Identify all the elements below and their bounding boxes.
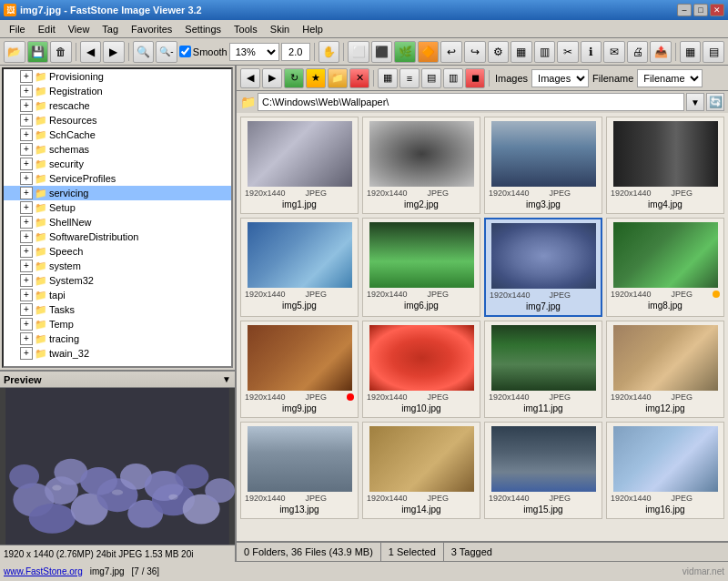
path-go-button[interactable]: ▼: [686, 93, 704, 111]
menu-favorites[interactable]: Favorites: [126, 22, 177, 36]
minimize-button[interactable]: –: [677, 4, 692, 16]
menu-tag[interactable]: Tag: [96, 22, 124, 36]
back-button[interactable]: ◀: [240, 68, 260, 88]
image-cell-img11[interactable]: 1920x1440 JPEG img11.jpg: [484, 321, 602, 418]
path-refresh-button[interactable]: 🔄: [706, 93, 724, 111]
tree-item-rescache[interactable]: + 📁 rescache: [4, 98, 231, 113]
expand-icon[interactable]: +: [20, 172, 33, 185]
tree-item-serviceprofiles[interactable]: + 📁 ServiceProfiles: [4, 171, 231, 186]
image-cell-img4[interactable]: 1920x1440 JPEG img4.jpg: [606, 117, 724, 214]
menu-help[interactable]: Help: [297, 22, 329, 36]
tree-item-system[interactable]: + 📁 system: [4, 259, 231, 273]
expand-icon[interactable]: +: [20, 318, 33, 331]
tree-item-provisioning[interactable]: + 📁 Provisioning: [4, 69, 231, 84]
menu-edit[interactable]: Edit: [33, 22, 61, 36]
prev-button[interactable]: ◀: [80, 41, 102, 63]
expand-icon[interactable]: +: [20, 332, 33, 345]
list-view-btn[interactable]: ▤: [703, 41, 724, 63]
favorites-button[interactable]: ★: [306, 68, 326, 88]
tree-item-setup[interactable]: + 📁 Setup: [4, 200, 231, 215]
tree-item-softwaredistribution[interactable]: + 📁 SoftwareDistribution: [4, 229, 231, 244]
expand-icon[interactable]: +: [20, 230, 33, 243]
smooth-check-input[interactable]: [179, 46, 191, 57]
undo-button[interactable]: ↩: [440, 41, 462, 63]
expand-icon[interactable]: +: [20, 347, 33, 360]
image-cell-img5[interactable]: 1920x1440 JPEG img5.jpg: [240, 218, 359, 317]
tree-item-twain32[interactable]: + 📁 twain_32: [4, 346, 231, 361]
expand-icon[interactable]: +: [20, 260, 33, 272]
info-button[interactable]: ℹ: [581, 41, 602, 63]
detail-view-btn[interactable]: ▤: [421, 68, 441, 88]
expand-icon[interactable]: +: [20, 114, 33, 127]
redo-button[interactable]: ↪: [464, 41, 486, 63]
expand-icon[interactable]: +: [20, 187, 33, 199]
list-view-btn[interactable]: ≡: [399, 68, 420, 88]
tree-item-tapi[interactable]: + 📁 tapi: [4, 288, 231, 302]
expand-icon[interactable]: +: [20, 70, 33, 83]
expand-icon[interactable]: +: [20, 274, 33, 287]
green-btn[interactable]: 🌿: [394, 41, 416, 63]
new-folder-button[interactable]: 📁: [328, 68, 348, 88]
refresh-button[interactable]: ↻: [284, 68, 304, 88]
maximize-button[interactable]: □: [693, 4, 708, 16]
image-cell-img9[interactable]: 1920x1440 JPEG img9.jpg: [240, 321, 359, 418]
expand-icon[interactable]: +: [20, 99, 33, 112]
expand-icon[interactable]: +: [20, 85, 33, 97]
tree-item-servicing[interactable]: + 📁 servicing: [4, 186, 231, 200]
fullscreen-view-btn[interactable]: ◼: [465, 68, 485, 88]
layout-btn1[interactable]: ▦: [511, 41, 532, 63]
print-button[interactable]: 🖨: [627, 41, 649, 63]
image-cell-img6[interactable]: 1920x1440 JPEG img6.jpg: [362, 218, 480, 317]
expand-icon[interactable]: +: [20, 289, 33, 301]
image-cell-img1[interactable]: 1920x1440 JPEG img1.jpg: [240, 117, 359, 214]
settings-btn[interactable]: ⚙: [488, 41, 510, 63]
zoom-value-input[interactable]: [281, 43, 310, 61]
menu-tools[interactable]: Tools: [228, 22, 263, 36]
smooth-checkbox[interactable]: Smooth: [179, 46, 228, 57]
thumb-view-btn[interactable]: ▦: [378, 68, 398, 88]
delete-file-button[interactable]: ✕: [349, 68, 369, 88]
tree-item-resources[interactable]: + 📁 Resources: [4, 113, 231, 127]
tree-item-security[interactable]: + 📁 security: [4, 157, 231, 171]
tree-item-tasks[interactable]: + 📁 Tasks: [4, 302, 231, 317]
image-cell-img14[interactable]: 1920x1440 JPEG img14.jpg: [362, 422, 480, 519]
tree-item-system32[interactable]: + 📁 System32: [4, 273, 231, 288]
expand-icon[interactable]: +: [20, 128, 33, 141]
image-cell-img3[interactable]: 1920x1440 JPEG img3.jpg: [484, 117, 602, 214]
sort-select[interactable]: Filename Date Size: [637, 69, 703, 87]
delete-button[interactable]: 🗑: [50, 41, 72, 63]
share-button[interactable]: 📤: [650, 41, 672, 63]
hand-tool-button[interactable]: ✋: [318, 41, 340, 63]
path-input[interactable]: C:\Windows\Web\Wallpaper\: [258, 93, 684, 111]
save-button[interactable]: 💾: [27, 41, 49, 63]
grid-view-btn[interactable]: ▦: [680, 41, 702, 63]
image-cell-img8[interactable]: 1920x1440 JPEG img8.jpg: [606, 218, 724, 317]
tree-item-schemas[interactable]: + 📁 schemas: [4, 142, 231, 157]
paste-button[interactable]: ⬛: [371, 41, 393, 63]
tree-item-shellnew[interactable]: + 📁 ShellNew: [4, 215, 231, 229]
menu-file[interactable]: File: [4, 22, 31, 36]
filmstrip-view-btn[interactable]: ▥: [443, 68, 463, 88]
menu-settings[interactable]: Settings: [179, 22, 227, 36]
open-button[interactable]: 📂: [4, 41, 25, 63]
copy-button[interactable]: ⬜: [348, 41, 369, 63]
tree-item-schcache[interactable]: + 📁 SchCache: [4, 127, 231, 142]
zoom-percent-select[interactable]: 13%25%50%100%: [229, 43, 279, 61]
tree-item-registration[interactable]: + 📁 Registration: [4, 84, 231, 98]
tree-item-tracing[interactable]: + 📁 tracing: [4, 331, 231, 346]
crop-button[interactable]: ✂: [557, 41, 579, 63]
image-cell-img16[interactable]: 1920x1440 JPEG img16.jpg: [606, 422, 724, 519]
image-cell-img10[interactable]: 1920x1440 JPEG img10.jpg: [362, 321, 480, 418]
expand-icon[interactable]: +: [20, 158, 33, 170]
website-link[interactable]: www.FastStone.org: [4, 566, 83, 576]
expand-icon[interactable]: +: [20, 216, 33, 229]
tree-item-temp[interactable]: + 📁 Temp: [4, 317, 231, 331]
menu-view[interactable]: View: [63, 22, 96, 36]
expand-icon[interactable]: +: [20, 303, 33, 316]
image-cell-img13[interactable]: 1920x1440 JPEG img13.jpg: [240, 422, 359, 519]
folder-tree[interactable]: + 📁 Provisioning + 📁 Registration + 📁 re…: [2, 67, 233, 368]
filter-select[interactable]: Images: [531, 69, 589, 87]
tree-item-speech[interactable]: + 📁 Speech: [4, 244, 231, 259]
zoom-out-button[interactable]: 🔍-: [156, 41, 177, 63]
image-grid[interactable]: 1920x1440 JPEG img1.jpg 1920x1440 JPEG i…: [237, 113, 728, 541]
